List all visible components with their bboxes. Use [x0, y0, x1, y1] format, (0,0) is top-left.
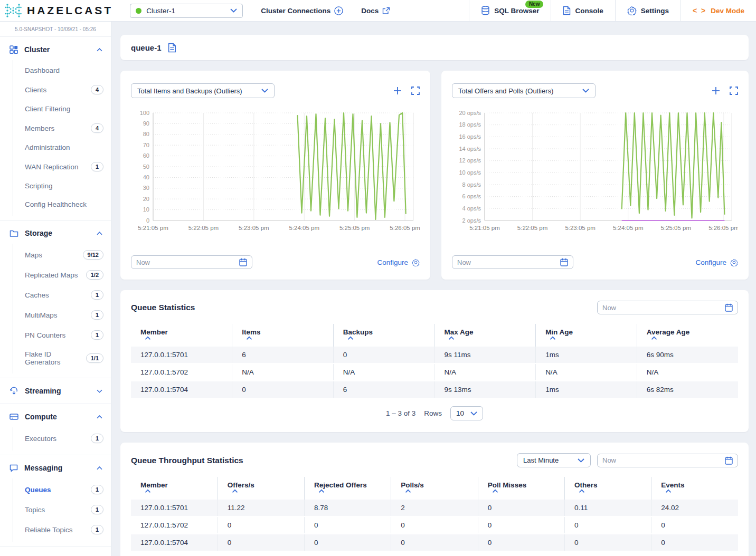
- sql-browser-button[interactable]: New SQL Browser: [469, 0, 551, 22]
- metric-select[interactable]: Total Items and Backups (Outliers): [131, 83, 275, 98]
- sidebar-item-multimaps[interactable]: MultiMaps1: [13, 305, 111, 325]
- calendar-icon[interactable]: [239, 258, 247, 266]
- sidebar-item-scripting[interactable]: Scripting: [13, 177, 111, 195]
- column-header-items[interactable]: Items: [232, 324, 334, 347]
- chevron-down-icon: [97, 389, 102, 393]
- column-header-max-age[interactable]: Max Age: [434, 324, 536, 347]
- sidebar-item-maps[interactable]: Maps9/12: [13, 245, 111, 265]
- column-header-backups[interactable]: Backups: [333, 324, 434, 347]
- sidebar-item-label: Client Filtering: [25, 105, 103, 113]
- table-cell: 8.78: [305, 500, 391, 516]
- console-document-icon: [563, 6, 571, 15]
- column-header-average-age[interactable]: Average Age: [637, 324, 738, 347]
- calendar-icon[interactable]: [560, 258, 568, 266]
- rows-per-page-select[interactable]: 10: [450, 406, 483, 420]
- sidebar-item-caches[interactable]: Caches1: [13, 285, 111, 305]
- charts-row: Total Items and Backups (Outliers) 01020…: [120, 71, 749, 280]
- column-header-member[interactable]: Member: [131, 477, 218, 500]
- column-header-events[interactable]: Events: [651, 477, 738, 500]
- table-row: 127.0.0.1:5702N/AN/AN/AN/AN/A: [131, 363, 738, 381]
- time-picker[interactable]: [597, 454, 738, 467]
- version-label: 5.0-SNAPSHOT - 10/09/21 - 05:26: [0, 22, 111, 37]
- svg-text:5:24:05 pm: 5:24:05 pm: [289, 225, 319, 231]
- sidebar-item-queues[interactable]: Queues1: [13, 480, 111, 500]
- sidebar-item-executors[interactable]: Executors1: [13, 428, 111, 448]
- chevron-down-icon: [230, 8, 237, 13]
- sidebar-item-client-filtering[interactable]: Client Filtering: [13, 100, 111, 118]
- sidebar-section-header-storage[interactable]: Storage: [0, 223, 111, 244]
- stream-icon: [10, 387, 18, 395]
- column-header-member[interactable]: Member: [131, 324, 232, 347]
- queue-statistics-table: MemberItemsBackupsMax AgeMin AgeAverage …: [131, 324, 738, 399]
- svg-text:20: 20: [143, 196, 149, 202]
- svg-text:60: 60: [143, 152, 149, 159]
- sort-ascending-icon: [661, 489, 738, 493]
- svg-text:18 ops/s: 18 ops/s: [459, 121, 481, 128]
- sidebar-section-header-cluster[interactable]: Cluster: [0, 39, 111, 60]
- cluster-select[interactable]: Cluster-1: [130, 4, 243, 18]
- configure-link[interactable]: Configure: [377, 258, 420, 266]
- time-picker-input[interactable]: [457, 258, 560, 266]
- sort-ascending-icon: [444, 336, 535, 340]
- sidebar-item-pn-counters[interactable]: PN Counters1: [13, 325, 111, 345]
- table-cell: 0: [333, 347, 434, 363]
- time-picker-input[interactable]: [602, 304, 725, 312]
- add-chart-icon[interactable]: [712, 87, 720, 95]
- column-header-label: Member: [140, 481, 168, 489]
- sidebar-item-dashboard[interactable]: Dashboard: [13, 61, 111, 80]
- column-header-min-age[interactable]: Min Age: [536, 324, 637, 347]
- sidebar-item-reliable-topics[interactable]: Reliable Topics1: [13, 520, 111, 540]
- sidebar-section-storage: StorageMaps9/12Replicated Maps1/2Caches1…: [0, 221, 111, 378]
- rows-label: Rows: [424, 409, 442, 417]
- time-picker[interactable]: [452, 255, 573, 269]
- settings-button[interactable]: Settings: [615, 0, 681, 22]
- queue-config-document-icon[interactable]: [168, 43, 176, 53]
- calendar-icon[interactable]: [725, 456, 733, 465]
- console-button[interactable]: Console: [551, 0, 615, 22]
- time-picker-input[interactable]: [602, 456, 725, 464]
- sidebar-item-administration[interactable]: Administration: [13, 138, 111, 157]
- compute-icon: [10, 413, 18, 420]
- cluster-select-value: Cluster-1: [146, 7, 225, 15]
- configure-link[interactable]: Configure: [695, 258, 738, 266]
- new-badge: New: [525, 1, 544, 8]
- fullscreen-icon[interactable]: [411, 87, 420, 95]
- table-cell: 24.02: [651, 500, 738, 516]
- sidebar-item-wan-replication[interactable]: WAN Replication1: [13, 157, 111, 177]
- time-picker[interactable]: [597, 301, 738, 314]
- count-badge: 1: [91, 162, 103, 171]
- column-header-offers-s[interactable]: Offers/s: [218, 477, 304, 500]
- sidebar-item-replicated-maps[interactable]: Replicated Maps1/2: [13, 265, 111, 285]
- chevron-up-icon: [97, 232, 102, 235]
- column-header-poll-misses[interactable]: Poll Misses: [478, 477, 564, 500]
- sidebar-section-header-streaming[interactable]: Streaming: [0, 380, 111, 401]
- sidebar-item-topics[interactable]: Topics1: [13, 500, 111, 520]
- calendar-icon[interactable]: [725, 303, 733, 312]
- metric-select[interactable]: Total Offers and Polls (Outliers): [452, 83, 596, 98]
- docs-link[interactable]: Docs: [361, 7, 390, 15]
- sort-ascending-icon: [647, 336, 738, 340]
- column-header-rejected-offers[interactable]: Rejected Offers: [305, 477, 391, 500]
- count-badge: 1/2: [86, 270, 103, 280]
- sidebar-item-members[interactable]: Members4: [13, 118, 111, 138]
- database-icon: [481, 6, 490, 15]
- cluster-connections-button[interactable]: Cluster Connections: [261, 6, 343, 15]
- sidebar-item-config-healthcheck[interactable]: Config Healthcheck: [13, 195, 111, 214]
- column-header-label: Max Age: [444, 328, 473, 336]
- fullscreen-icon[interactable]: [730, 87, 738, 95]
- queue-throughput-title: Queue Throughput Statistics: [131, 456, 243, 465]
- add-chart-icon[interactable]: [393, 87, 402, 95]
- time-picker[interactable]: [131, 255, 252, 269]
- column-header-others[interactable]: Others: [564, 477, 651, 500]
- sidebar-item-label: Queues: [25, 486, 91, 494]
- period-filter-select[interactable]: Last Minute: [517, 453, 591, 467]
- chart-offers-polls: 2 ops/s4 ops/s6 ops/s8 ops/s10 ops/s12 o…: [452, 109, 738, 251]
- column-header-polls-s[interactable]: Polls/s: [391, 477, 478, 500]
- sidebar-item-clients[interactable]: Clients4: [13, 80, 111, 100]
- sidebar-section-header-messaging[interactable]: Messaging: [0, 457, 111, 478]
- time-picker-input[interactable]: [136, 258, 239, 266]
- sidebar-item-flake-id-generators[interactable]: Flake ID Generators1/1: [13, 345, 111, 371]
- dev-mode-button[interactable]: < > Dev Mode: [681, 0, 756, 22]
- sidebar-section-header-compute[interactable]: Compute: [0, 406, 111, 427]
- table-cell: 0: [564, 534, 651, 551]
